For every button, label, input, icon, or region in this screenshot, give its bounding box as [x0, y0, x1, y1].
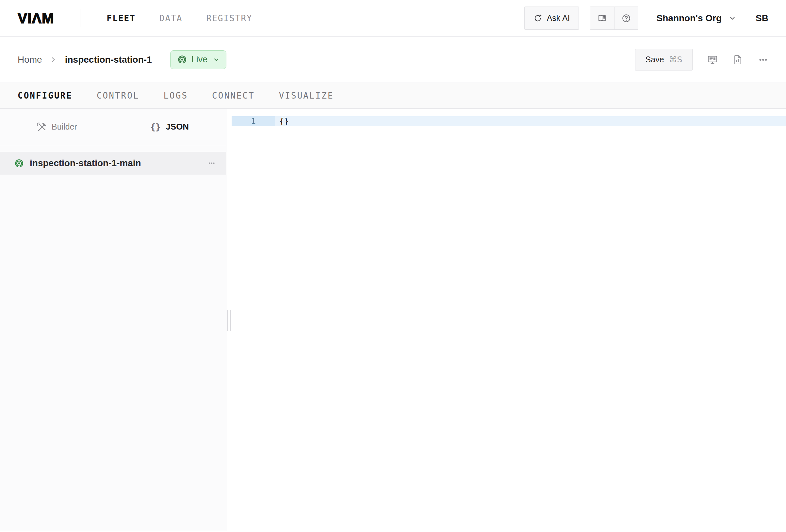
save-label: Save	[646, 55, 664, 64]
panel-resize-handle[interactable]	[224, 109, 234, 532]
file-chart-report-button[interactable]	[733, 54, 743, 65]
machine-part-name: inspection-station-1-main	[30, 158, 202, 168]
ask-ai-button[interactable]: Ask AI	[524, 6, 579, 30]
breadcrumb-home-link[interactable]: Home	[18, 54, 42, 65]
ask-ai-sparkle-refresh-icon	[533, 14, 542, 23]
ask-ai-label: Ask AI	[547, 14, 570, 23]
primary-nav: FLEET DATA REGISTRY	[107, 14, 253, 23]
code-line-content[interactable]: {}	[275, 116, 786, 126]
user-avatar[interactable]: SB	[756, 13, 768, 24]
tab-configure[interactable]: CONFIGURE	[18, 91, 72, 100]
json-mode-button[interactable]: {} JSON	[113, 109, 226, 145]
config-mode-toggle: Builder {} JSON	[0, 109, 226, 145]
org-switcher[interactable]: Shannon's Org	[656, 13, 736, 24]
chevron-down-icon	[729, 15, 736, 22]
save-shortcut: ⌘S	[669, 55, 683, 64]
more-actions-button[interactable]	[758, 54, 768, 65]
remote-control-display-button[interactable]	[707, 54, 718, 65]
help-button[interactable]	[614, 7, 638, 29]
status-badge-label: Live	[191, 54, 208, 65]
builder-mode-label: Builder	[52, 122, 77, 131]
machine-name: inspection-station-1	[65, 54, 152, 65]
book-icon	[597, 14, 607, 23]
chevron-down-icon	[213, 56, 219, 63]
machine-tab-bar: CONFIGURE CONTROL LOGS CONNECT VISUALIZE	[0, 82, 786, 109]
hammer-wrench-icon	[36, 121, 47, 132]
json-mode-label: JSON	[166, 122, 189, 132]
chevron-right-icon	[49, 56, 57, 64]
braces-icon: {}	[150, 122, 161, 132]
tab-visualize[interactable]: VISUALIZE	[279, 91, 334, 100]
help-button-group	[590, 6, 638, 30]
part-broadcast-icon	[14, 158, 24, 168]
machine-header-bar: Home inspection-station-1 Live Save ⌘S	[0, 37, 786, 82]
tab-logs[interactable]: LOGS	[163, 91, 188, 100]
configure-main-area: Builder {} JSON inspection-station-1-mai…	[0, 109, 786, 532]
resize-grip-bar	[227, 310, 228, 331]
nav-divider	[80, 9, 80, 27]
line-number-gutter: 1	[232, 116, 275, 126]
org-name: Shannon's Org	[656, 13, 722, 24]
config-side-panel: Builder {} JSON inspection-station-1-mai…	[0, 109, 226, 531]
live-broadcast-icon	[177, 54, 187, 65]
nav-item-data[interactable]: DATA	[159, 14, 183, 23]
documentation-button[interactable]	[590, 7, 614, 29]
tab-connect[interactable]: CONNECT	[212, 91, 255, 100]
resize-grip-bar	[230, 310, 231, 331]
machine-status-dropdown[interactable]: Live	[170, 50, 227, 69]
editor-active-line: 1 {}	[232, 116, 786, 126]
tab-control[interactable]: CONTROL	[97, 91, 139, 100]
part-menu-button[interactable]	[207, 159, 216, 168]
nav-item-registry[interactable]: REGISTRY	[206, 14, 252, 23]
builder-mode-button[interactable]: Builder	[0, 109, 113, 145]
question-mark-icon	[621, 14, 631, 23]
nav-item-fleet[interactable]: FLEET	[107, 14, 136, 23]
machine-part-row[interactable]: inspection-station-1-main	[0, 152, 226, 175]
top-nav: VIΛM FLEET DATA REGISTRY Ask AI	[0, 0, 786, 37]
save-button[interactable]: Save ⌘S	[635, 49, 693, 71]
json-code-editor[interactable]: 1 {}	[226, 109, 786, 532]
viam-logo[interactable]: VIΛM	[18, 10, 54, 26]
